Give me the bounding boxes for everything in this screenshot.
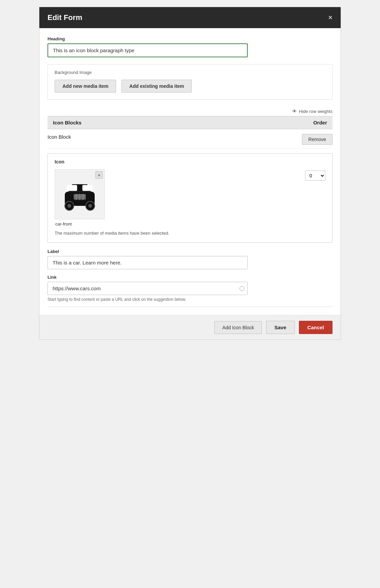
link-hint: Start typing to find content or paste a … bbox=[48, 297, 332, 302]
icon-block-row-label: Icon Block bbox=[48, 134, 71, 140]
icon-row-flex: × car-front The maximum number of media … bbox=[55, 169, 325, 236]
icon-block-row: Icon Block Remove bbox=[48, 129, 332, 149]
icon-section: Icon bbox=[48, 153, 332, 243]
link-input-wrapper bbox=[48, 282, 248, 295]
link-input[interactable] bbox=[48, 282, 248, 295]
add-icon-block-button[interactable]: Add Icon Block bbox=[214, 321, 262, 334]
svg-point-14 bbox=[88, 204, 92, 208]
edit-form-modal: Edit Form × Heading Background Image Add… bbox=[39, 7, 341, 340]
icon-remove-button[interactable]: × bbox=[95, 171, 103, 179]
background-image-section: Background Image Add new media item Add … bbox=[48, 64, 332, 100]
add-existing-media-button[interactable]: Add existing media item bbox=[121, 80, 192, 93]
media-max-notice: The maximum number of media items have b… bbox=[55, 231, 169, 236]
hide-row-weights-label[interactable]: Hide row weights bbox=[299, 109, 332, 114]
heading-label: Heading bbox=[48, 36, 332, 41]
label-field-section: Label bbox=[48, 249, 332, 269]
icon-thumbnail-area: × car-front The maximum number of media … bbox=[55, 169, 169, 236]
label-input[interactable] bbox=[48, 256, 248, 269]
icon-blocks-label: Icon Blocks bbox=[53, 120, 81, 125]
svg-point-12 bbox=[68, 204, 71, 208]
link-input-icon bbox=[240, 286, 244, 291]
svg-rect-2 bbox=[67, 185, 77, 191]
order-select[interactable]: 0 1 2 3 bbox=[305, 171, 325, 181]
icon-filename: car-front bbox=[55, 221, 169, 227]
modal-body: Heading Background Image Add new media i… bbox=[39, 28, 341, 307]
link-section: Link Start typing to find content or pas… bbox=[48, 275, 332, 302]
icon-thumbnail-wrapper: × bbox=[55, 169, 105, 219]
svg-rect-3 bbox=[82, 185, 93, 191]
cancel-button[interactable]: Cancel bbox=[299, 321, 332, 334]
divider bbox=[48, 307, 332, 307]
media-buttons: Add new media item Add existing media it… bbox=[55, 80, 325, 93]
link-field-label: Link bbox=[48, 275, 332, 280]
order-select-wrapper: 0 1 2 3 bbox=[305, 171, 325, 181]
row-weights-bar: 👁 Hide row weights bbox=[48, 106, 332, 116]
heading-input[interactable] bbox=[48, 43, 248, 57]
icon-section-label: Icon bbox=[55, 159, 325, 164]
modal-header: Edit Form × bbox=[39, 7, 341, 28]
modal-footer: Add Icon Block Save Cancel bbox=[39, 315, 341, 339]
remove-button[interactable]: Remove bbox=[302, 134, 332, 145]
modal-title: Edit Form bbox=[48, 13, 82, 22]
eye-icon: 👁 bbox=[292, 109, 297, 114]
save-button[interactable]: Save bbox=[266, 321, 295, 334]
background-image-label: Background Image bbox=[55, 70, 325, 75]
order-label: Order bbox=[313, 120, 327, 125]
add-new-media-button[interactable]: Add new media item bbox=[55, 80, 116, 93]
table-header: Icon Blocks Order bbox=[48, 116, 332, 129]
car-front-icon bbox=[61, 176, 98, 213]
label-field-label: Label bbox=[48, 249, 332, 254]
close-button[interactable]: × bbox=[328, 14, 332, 21]
